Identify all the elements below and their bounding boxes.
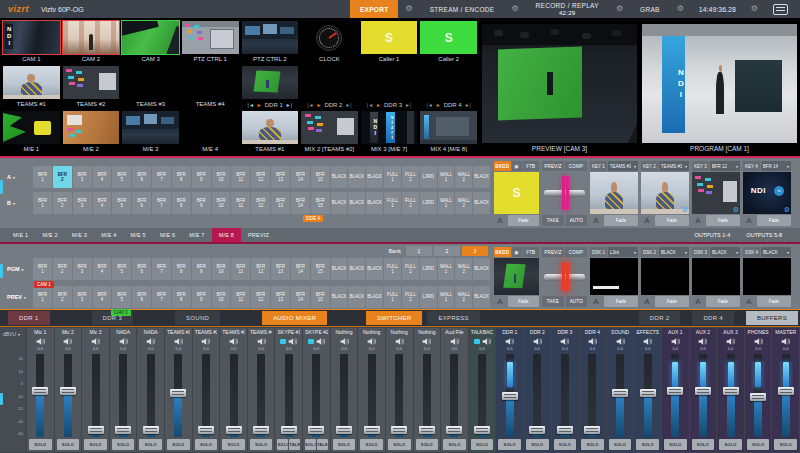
key3-thumb[interactable]: ⚙	[692, 172, 740, 214]
dsk3-source-select[interactable]: BLACK▾	[710, 247, 740, 257]
solo-button-mic-1[interactable]: SOLO	[29, 439, 52, 450]
src-pgm-4-bfr-4[interactable]: BFR4	[93, 258, 112, 280]
src-b-18-black[interactable]: BLACK	[366, 192, 383, 214]
fader-knob[interactable]	[667, 387, 683, 395]
fader-knob[interactable]	[281, 426, 297, 434]
speaker-icon[interactable]	[316, 338, 325, 345]
src-pgm-2-bfr-2[interactable]: BFR2	[53, 258, 72, 280]
src-prev-4-bfr-4[interactable]: BFR4	[93, 286, 112, 308]
monitor-thumb-ptz-ctrl-1[interactable]	[181, 20, 240, 55]
src-b-7-bfr-7[interactable]: BFR7	[152, 192, 171, 214]
speaker-icon[interactable]	[229, 338, 238, 345]
src-b-11-bfr-11[interactable]: BFR11	[231, 192, 250, 214]
key2-source-select[interactable]: TEAMS #1▾	[659, 161, 689, 171]
monitor-cam-2[interactable]: CAM 2	[62, 20, 121, 64]
src-prev-9-bfr-9[interactable]: BFR9	[192, 286, 211, 308]
monitor-m-e-2[interactable]: M/E 2	[62, 110, 121, 154]
scroll-indicator[interactable]	[0, 393, 3, 405]
monitor-thumb-ddr-1[interactable]	[241, 65, 300, 100]
solo-button-phones[interactable]: SOLO	[747, 439, 770, 450]
src-b-16-black[interactable]: BLACK	[331, 192, 348, 214]
tab-previz[interactable]: PREVIZ	[241, 228, 276, 242]
dsk2-button[interactable]: DSK 2	[641, 247, 658, 257]
tab-m-e-7[interactable]: M/E 7	[182, 228, 211, 242]
speaker-icon[interactable]	[754, 338, 763, 345]
monitor-thumb-m-e-3[interactable]	[121, 110, 180, 145]
src-a-6-bfr-6[interactable]: BFR6	[132, 166, 151, 188]
scroll-indicator[interactable]	[0, 180, 3, 194]
speaker-icon[interactable]	[63, 338, 72, 345]
monitor-mix-3-m-e-7[interactable]: NDIvizrtMIX 3 [M/E 7]	[360, 110, 419, 154]
src-prev-15-bfr-15[interactable]: BFR15	[311, 286, 330, 308]
monitor-caller-1[interactable]: SCaller 1	[360, 20, 419, 64]
sw-take-button[interactable]: TAKE	[542, 296, 564, 307]
solo-button-talkback[interactable]: SOLO	[471, 439, 494, 450]
src-prev-7-bfr-7[interactable]: BFR7	[152, 286, 171, 308]
monitor-thumb-mix-4-m-e-8[interactable]	[419, 110, 478, 145]
solo-button-nothing[interactable]: SOLO	[360, 439, 383, 450]
src-prev-16-black[interactable]: BLACK	[331, 286, 348, 308]
fader-mic-3[interactable]	[84, 354, 107, 437]
src-b-4-bfr-4[interactable]: BFR4	[93, 192, 112, 214]
fader-knob[interactable]	[60, 387, 76, 395]
monitor-thumb-mix-2-teams-2[interactable]	[300, 110, 359, 145]
sw-tbar[interactable]	[542, 258, 587, 295]
src-b-6-bfr-6[interactable]: BFR6	[132, 192, 151, 214]
speaker-icon[interactable]	[288, 338, 297, 345]
grab-button[interactable]: GRAB	[630, 0, 670, 18]
clock-settings-gear-icon[interactable]: ⚙	[744, 0, 765, 18]
speaker-icon[interactable]	[146, 338, 155, 345]
src-pgm-9-bfr-9[interactable]: BFR9	[192, 258, 211, 280]
record-settings-gear-icon[interactable]: ⚙	[609, 0, 630, 18]
monitor-teams-4[interactable]: TEAMS #4	[181, 65, 240, 109]
src-b-12-bfr-12[interactable]: BFR12	[251, 192, 270, 214]
dsk3-delegate-a[interactable]: A	[692, 296, 704, 307]
speaker-icon[interactable]	[643, 338, 652, 345]
speaker-icon[interactable]	[533, 338, 542, 345]
sw-ftb-button[interactable]: FTB	[523, 247, 540, 257]
sw-bkgd-button[interactable]: BKGD	[494, 247, 511, 257]
monitor-thumb-cam-2[interactable]	[62, 20, 121, 55]
key2-button[interactable]: KEY 2	[641, 161, 658, 171]
outputs-1-4-link[interactable]: OUTPUTS 1-4	[694, 232, 730, 238]
dsk4-thumb[interactable]	[743, 258, 791, 295]
solo-button-skype-2[interactable]: SOLO	[305, 439, 316, 450]
me-bkgd-fade-button[interactable]: Fade	[508, 215, 539, 226]
sw-bkgd-thumb[interactable]	[494, 258, 539, 295]
speaker-icon[interactable]	[91, 338, 100, 345]
me-auto-button[interactable]: AUTO	[566, 215, 588, 226]
speaker-icon[interactable]	[671, 338, 680, 345]
key2-delegate-a[interactable]: A	[641, 215, 653, 226]
key2-thumb[interactable]: ⚙	[641, 172, 689, 214]
fader-master[interactable]	[774, 354, 797, 437]
monitor-ptz-ctrl-2[interactable]: PTZ CTRL 2	[241, 20, 300, 64]
me-bkgd-eye-icon[interactable]: ◉	[512, 161, 522, 171]
src-pgm-7-bfr-7[interactable]: BFR7	[152, 258, 171, 280]
prev-clip-icon[interactable]: |◄	[248, 102, 254, 108]
solo-button-nothing[interactable]: SOLO	[416, 439, 439, 450]
src-pgm-23-wall-2[interactable]: WALL2	[455, 258, 472, 280]
monitor-thumb-teams-3[interactable]	[121, 65, 180, 100]
prev-clip-icon[interactable]: |◄	[307, 102, 313, 108]
scroll-indicator[interactable]	[0, 264, 3, 278]
fader-knob[interactable]	[391, 426, 407, 434]
solo-button-mic-3[interactable]: SOLO	[84, 439, 107, 450]
monitor-thumb-teams-1[interactable]	[2, 65, 61, 100]
prev-clip-icon[interactable]: |◄	[367, 102, 373, 108]
me-ftb-button[interactable]: FTB	[523, 161, 540, 171]
monitor-thumb-cam-3[interactable]	[121, 20, 180, 55]
src-a-7-bfr-7[interactable]: BFR7	[152, 166, 171, 188]
speaker-icon[interactable]	[174, 338, 183, 345]
src-a-18-black[interactable]: BLACK	[366, 166, 383, 188]
call-icon[interactable]	[308, 339, 314, 344]
src-prev-20-full-2[interactable]: FULL2	[402, 286, 419, 308]
src-b-23-wall-2[interactable]: WALL2	[455, 192, 472, 214]
fader-teams-4[interactable]	[250, 354, 273, 437]
tab-m-e-3[interactable]: M/E 3	[65, 228, 94, 242]
src-a-13-bfr-13[interactable]: BFR13	[271, 166, 290, 188]
src-pgm-3-bfr-3[interactable]: BFR3	[73, 258, 92, 280]
key1-thumb[interactable]	[590, 172, 638, 214]
dsk3-fade-button[interactable]: Fade	[706, 296, 740, 307]
me-bkgd-delegate-a[interactable]: A	[494, 215, 506, 226]
next-clip-icon[interactable]: ►|	[345, 102, 351, 108]
